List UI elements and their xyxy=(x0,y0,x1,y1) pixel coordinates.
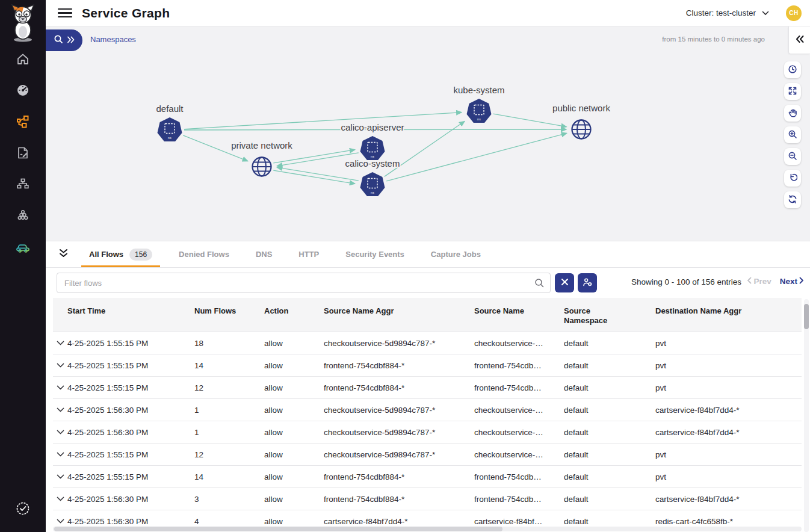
home-icon xyxy=(16,52,30,69)
row-expand-chevron-icon[interactable] xyxy=(53,474,67,480)
panel-collapse-button[interactable] xyxy=(55,247,71,262)
table-cell: allow xyxy=(264,383,324,392)
table-row[interactable]: 4-25-2025 1:55:15 PM14allowfrontend-754c… xyxy=(53,354,802,377)
column-header-destination-name-aggr[interactable]: Destination Name Aggr xyxy=(655,298,802,316)
table-cell: default xyxy=(564,495,655,504)
graph-node-calico-system[interactable]: nscalico-system xyxy=(345,158,400,196)
flows-table-header-row: Start TimeNum FlowsActionSource Name Agg… xyxy=(53,298,802,332)
zoom-out-icon xyxy=(788,151,797,162)
chevron-left-icon xyxy=(747,277,752,286)
sidebar-item-home[interactable] xyxy=(14,52,31,69)
table-cell: 14 xyxy=(194,472,264,481)
table-cell: checkoutservice-5d9894c787-* xyxy=(324,339,474,348)
graph-edge[interactable] xyxy=(184,113,462,129)
topbar-right: Cluster: test-cluster CH xyxy=(686,5,810,21)
refresh-button[interactable] xyxy=(784,191,801,208)
fit-to-screen-button[interactable] xyxy=(784,83,801,100)
column-header-action[interactable]: Action xyxy=(264,298,324,316)
zoom-in-button[interactable] xyxy=(784,126,801,143)
table-row[interactable]: 4-25-2025 1:56:30 PM3allowfrontend-754cd… xyxy=(53,488,802,510)
table-cell: checkoutservice-5d9894c787-* xyxy=(324,428,474,437)
row-expand-chevron-icon[interactable] xyxy=(53,407,67,413)
calico-logo[interactable] xyxy=(7,4,39,43)
table-cell: 4-25-2025 1:56:30 PM xyxy=(67,495,194,504)
sidebar xyxy=(0,0,46,532)
hamburger-menu-icon[interactable] xyxy=(58,6,72,20)
cluster-selector[interactable]: Cluster: test-cluster xyxy=(686,8,769,17)
horizontal-scrollbar[interactable] xyxy=(53,527,802,531)
avatar[interactable]: CH xyxy=(786,5,802,21)
table-row[interactable]: 4-25-2025 1:55:15 PM18allowcheckoutservi… xyxy=(53,332,802,354)
zoom-out-button[interactable] xyxy=(784,148,801,165)
timeline-clock-button[interactable] xyxy=(784,61,801,78)
right-panel-collapse-button[interactable] xyxy=(788,26,810,54)
row-expand-chevron-icon[interactable] xyxy=(53,496,67,502)
sidebar-item-network[interactable] xyxy=(14,177,31,194)
network-tree-icon xyxy=(16,177,30,194)
customize-columns-button[interactable] xyxy=(578,273,597,292)
tab-security-events[interactable]: Security Events xyxy=(339,241,410,267)
table-row[interactable]: 4-25-2025 1:55:15 PM12allowfrontend-754c… xyxy=(53,377,802,399)
prev-page-button[interactable]: Prev xyxy=(747,277,771,286)
table-row[interactable]: 4-25-2025 1:56:30 PM1allowcheckoutservic… xyxy=(53,399,802,421)
tab-dns[interactable]: DNS xyxy=(250,241,278,267)
graph-search-pill[interactable] xyxy=(46,29,82,51)
graph-edge[interactable] xyxy=(386,133,567,181)
sidebar-item-image-assurance[interactable] xyxy=(14,240,31,256)
vertical-scrollbar-thumb[interactable] xyxy=(804,304,809,329)
filter-flows-input[interactable] xyxy=(57,273,551,293)
table-cell: cartservice-f84bf7dd4-* xyxy=(324,517,474,526)
graph-edge[interactable] xyxy=(493,114,567,127)
graph-node-public-network[interactable]: public network xyxy=(552,103,610,139)
close-icon xyxy=(561,278,569,288)
refresh-icon xyxy=(788,194,797,206)
column-header-num-flows[interactable]: Num Flows xyxy=(194,298,264,316)
table-cell: redis-cart-c4fc658fb-* xyxy=(655,517,802,526)
column-header-source-name[interactable]: Source Name xyxy=(474,298,564,316)
row-expand-chevron-icon[interactable] xyxy=(53,452,67,457)
table-cell: 4-25-2025 1:56:30 PM xyxy=(67,406,194,415)
column-header-source-namespace[interactable]: Source Namespace xyxy=(564,298,655,326)
horizontal-scrollbar-thumb[interactable] xyxy=(54,527,502,531)
svg-text:ns: ns xyxy=(168,136,172,140)
user-gear-icon xyxy=(583,277,593,289)
graph-edge[interactable] xyxy=(277,167,359,181)
column-header-source-name-aggr[interactable]: Source Name Aggr xyxy=(324,298,474,316)
table-cell: 4 xyxy=(194,517,264,526)
sidebar-item-certificate[interactable] xyxy=(0,501,46,519)
graph-node-kube-system[interactable]: nskube-system xyxy=(453,85,504,123)
sidebar-item-components[interactable] xyxy=(14,208,31,225)
sidebar-item-service-graph[interactable] xyxy=(14,114,31,131)
table-cell: frontend-754cdbf884-* xyxy=(324,383,474,392)
tab-all-flows[interactable]: All Flows156 xyxy=(83,241,158,267)
table-cell: frontend-754cdb… xyxy=(474,495,564,504)
table-cell: cartservice-f84bf7dd4-* xyxy=(655,495,802,504)
tab-http[interactable]: HTTP xyxy=(292,241,325,267)
table-row[interactable]: 4-25-2025 1:56:30 PM1allowcheckoutservic… xyxy=(53,421,802,444)
tab-capture-jobs[interactable]: Capture Jobs xyxy=(425,241,487,267)
breadcrumb[interactable]: Namespaces xyxy=(90,35,136,44)
car-icon xyxy=(15,239,31,257)
table-row[interactable]: 4-25-2025 1:55:15 PM12allowcheckoutservi… xyxy=(53,444,802,466)
row-expand-chevron-icon[interactable] xyxy=(53,385,67,391)
tab-label: Capture Jobs xyxy=(431,250,481,259)
tab-denied-flows[interactable]: Denied Flows xyxy=(173,241,235,267)
clear-filter-button[interactable] xyxy=(555,273,574,292)
vertical-scrollbar[interactable] xyxy=(804,299,809,532)
row-expand-chevron-icon[interactable] xyxy=(53,341,67,346)
graph-node-default[interactable]: nsdefault xyxy=(156,104,184,141)
sidebar-item-policies[interactable] xyxy=(14,146,31,162)
row-expand-chevron-icon[interactable] xyxy=(53,363,67,368)
pan-hand-button[interactable] xyxy=(784,105,801,122)
table-row[interactable]: 4-25-2025 1:55:15 PM14allowfrontend-754c… xyxy=(53,466,802,488)
next-page-button[interactable]: Next xyxy=(780,277,804,286)
graph-edge[interactable] xyxy=(273,170,355,184)
table-cell: allow xyxy=(264,517,324,526)
row-expand-chevron-icon[interactable] xyxy=(53,519,67,524)
service-graph-canvas[interactable]: nsdefaultprivate networknscalico-apiserv… xyxy=(46,26,810,241)
reset-layout-button[interactable] xyxy=(784,170,801,187)
sidebar-item-dashboard[interactable] xyxy=(14,83,31,100)
row-expand-chevron-icon[interactable] xyxy=(53,430,67,435)
graph-edge[interactable] xyxy=(273,150,355,163)
column-header-start-time[interactable]: Start Time xyxy=(67,298,194,316)
